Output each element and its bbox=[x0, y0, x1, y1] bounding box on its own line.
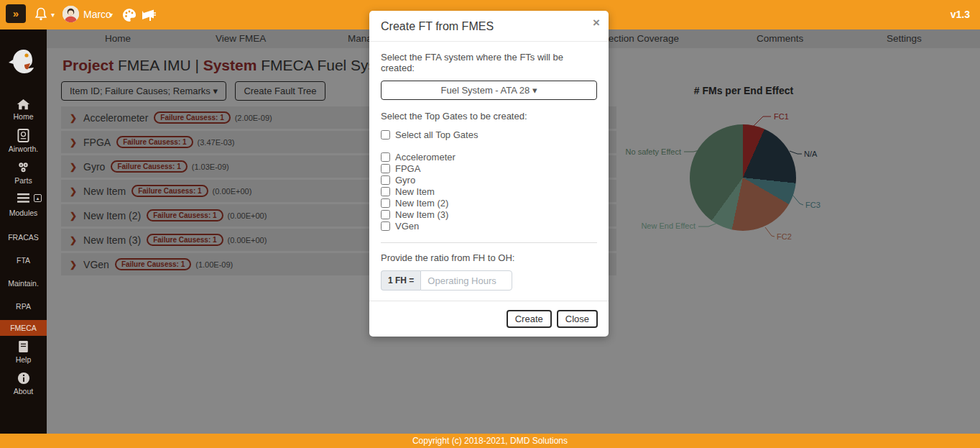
sidebar-item-airworthiness[interactable]: Airworth. bbox=[0, 129, 47, 153]
close-button[interactable]: Close bbox=[557, 310, 598, 328]
checkbox[interactable] bbox=[381, 187, 390, 196]
checkbox[interactable] bbox=[381, 198, 390, 208]
modal-close-icon[interactable]: × bbox=[593, 17, 600, 29]
username-label: Marco bbox=[83, 9, 111, 20]
announcements-megaphone-icon[interactable] bbox=[139, 6, 157, 24]
user-caret-down-icon[interactable]: ▾ bbox=[109, 11, 113, 19]
bell-caret-down-icon[interactable]: ▾ bbox=[51, 11, 55, 19]
checkbox[interactable] bbox=[381, 130, 390, 140]
gate-checkbox-new-item-3[interactable]: New Item (3) bbox=[381, 209, 597, 220]
notifications-bell-icon[interactable] bbox=[32, 6, 50, 23]
user-avatar[interactable] bbox=[63, 6, 79, 22]
modal-footer: Create Close bbox=[369, 301, 609, 337]
gate-checkbox-accelerometer[interactable]: Accelerometer bbox=[381, 151, 597, 163]
operating-hours-input[interactable] bbox=[420, 270, 512, 291]
top-gates-label: Select the Top Gates to be created: bbox=[381, 111, 597, 122]
gate-checkbox-gyro[interactable]: Gyro bbox=[381, 174, 597, 186]
checkbox[interactable] bbox=[381, 152, 390, 162]
gate-checkbox-vgen[interactable]: VGen bbox=[381, 220, 597, 232]
sidebar-item-parts[interactable]: Parts bbox=[0, 161, 47, 185]
create-ft-modal: Create FT from FMES × Select the FTA sys… bbox=[369, 11, 609, 337]
sidebar-item-about[interactable]: About bbox=[0, 372, 47, 396]
parts-icon bbox=[17, 161, 30, 174]
sidebar-item-fmeca[interactable]: FMECA bbox=[0, 320, 47, 336]
sidebar: Home Airworth. Parts bbox=[0, 29, 47, 434]
copyright-text: Copyright (c) 2018-2021, DMD Solutions bbox=[412, 436, 568, 446]
fta-system-dropdown[interactable]: Fuel System - ATA 28 ▾ bbox=[381, 81, 597, 100]
theme-palette-icon[interactable] bbox=[121, 6, 138, 24]
ratio-prefix: 1 FH = bbox=[381, 270, 420, 291]
modal-header: Create FT from FMES × bbox=[369, 11, 609, 42]
sidebar-item-help[interactable]: Help bbox=[0, 340, 47, 364]
sidebar-item-rpa[interactable]: RPA bbox=[0, 300, 47, 311]
sidebar-item-maintain[interactable]: Maintain. bbox=[0, 277, 47, 288]
passport-icon bbox=[17, 129, 29, 142]
checkbox[interactable] bbox=[381, 221, 390, 231]
gate-checkbox-new-item-2[interactable]: New Item (2) bbox=[381, 197, 597, 209]
select-all-top-gates-checkbox[interactable]: Select all Top Gates bbox=[381, 129, 597, 140]
caret-down-icon: ▾ bbox=[532, 85, 537, 96]
gates-checkbox-list: Accelerometer FPGA Gyro New Item New Ite… bbox=[381, 151, 597, 232]
checkbox[interactable] bbox=[381, 164, 390, 173]
sidebar-item-modules[interactable]: ▴ Modules bbox=[0, 193, 47, 217]
app-version-label: v1.3 bbox=[951, 9, 970, 20]
gate-checkbox-fpga[interactable]: FPGA bbox=[381, 163, 597, 174]
sidebar-item-fracas[interactable]: FRACAS bbox=[0, 231, 47, 242]
gate-checkbox-new-item[interactable]: New Item bbox=[381, 186, 597, 197]
checkbox[interactable] bbox=[381, 175, 390, 185]
create-button[interactable]: Create bbox=[507, 310, 552, 328]
dmd-robin-logo bbox=[7, 45, 40, 81]
about-info-icon bbox=[17, 372, 30, 385]
footer: Copyright (c) 2018-2021, DMD Solutions bbox=[0, 434, 980, 448]
modal-body: Select the FTA system where the FTs will… bbox=[369, 42, 609, 301]
divider bbox=[381, 242, 597, 243]
fta-system-label: Select the FTA system where the FTs will… bbox=[381, 52, 597, 73]
ratio-label: Provide the ratio from FH to OH: bbox=[381, 252, 597, 263]
ratio-input-group: 1 FH = bbox=[381, 270, 597, 291]
modules-collapse-icon[interactable]: ▴ bbox=[34, 194, 42, 202]
checkbox[interactable] bbox=[381, 210, 390, 219]
sidebar-item-home[interactable]: Home bbox=[0, 99, 47, 121]
sidebar-item-fta[interactable]: FTA bbox=[0, 254, 47, 265]
app: » ▾ Marco ▾ v1.3 bbox=[0, 0, 980, 448]
home-icon bbox=[17, 99, 30, 110]
modal-title: Create FT from FMES bbox=[381, 20, 494, 32]
modules-menu-icon bbox=[17, 193, 30, 204]
help-book-icon bbox=[17, 340, 29, 353]
sidebar-toggle-button[interactable]: » bbox=[6, 4, 26, 23]
